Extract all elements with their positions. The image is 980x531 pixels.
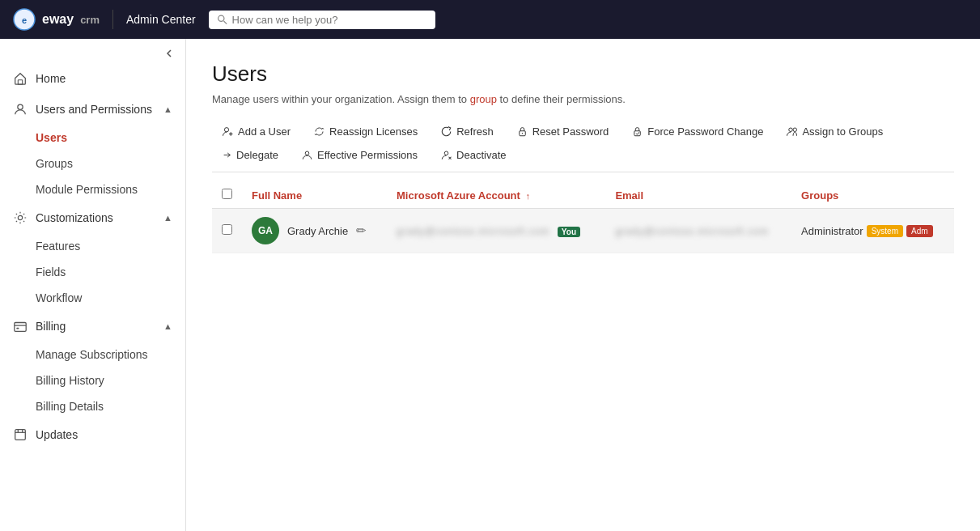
reset-password-button[interactable]: Reset Password bbox=[507, 121, 619, 142]
select-all-checkbox[interactable] bbox=[222, 189, 232, 199]
svg-point-6 bbox=[18, 215, 22, 219]
toolbar: Add a User Reassign Licenses Refresh Res… bbox=[212, 121, 954, 172]
add-user-label: Add a User bbox=[238, 125, 291, 138]
sidebar-label-updates: Updates bbox=[36, 428, 78, 441]
effective-permissions-label: Effective Permissions bbox=[317, 149, 418, 161]
sidebar-sub-item-manage-subscriptions[interactable]: Manage Subscriptions bbox=[0, 342, 185, 367]
deactivate-label: Deactivate bbox=[456, 149, 506, 161]
billing-icon bbox=[13, 319, 28, 333]
topbar-title: Admin Center bbox=[126, 13, 196, 26]
add-user-icon bbox=[222, 125, 234, 138]
assign-groups-button[interactable]: Assign to Groups bbox=[776, 121, 893, 142]
table-header-fullname: Full Name bbox=[242, 182, 387, 209]
delegate-button[interactable]: Delegate bbox=[212, 145, 288, 165]
row-fullname-cell: GA Grady Archie ✏ bbox=[242, 209, 387, 253]
sidebar-sub-item-features[interactable]: Features bbox=[0, 233, 185, 259]
user-fullname: Grady Archie bbox=[287, 225, 348, 237]
svg-point-2 bbox=[218, 15, 223, 21]
subtitle-link[interactable]: group bbox=[470, 93, 497, 105]
row-groups-cell: Administrator System Adm bbox=[791, 209, 954, 253]
row-checkbox-cell bbox=[212, 209, 242, 253]
sidebar-label-billing-history: Billing History bbox=[36, 374, 104, 387]
avatar: GA bbox=[252, 217, 279, 244]
users-table: Full Name Microsoft Azure Account ↑ Emai… bbox=[212, 182, 954, 253]
sidebar-label-module-permissions: Module Permissions bbox=[36, 183, 138, 196]
topbar-divider bbox=[112, 10, 113, 29]
toolbar-row-2: Delegate Effective Permissions Deactivat… bbox=[212, 145, 954, 165]
badge-system: System bbox=[867, 225, 903, 237]
force-password-button[interactable]: Force Password Change bbox=[622, 121, 773, 142]
reset-password-label: Reset Password bbox=[532, 125, 609, 138]
sidebar-sub-item-users[interactable]: Users bbox=[0, 125, 185, 151]
sidebar-item-updates[interactable]: Updates bbox=[0, 419, 185, 450]
reassign-licenses-label: Reassign Licenses bbox=[329, 125, 418, 138]
sidebar-label-manage-subscriptions: Manage Subscriptions bbox=[36, 348, 148, 361]
badge-adm: Adm bbox=[906, 225, 933, 237]
sidebar-sub-item-fields[interactable]: Fields bbox=[0, 259, 185, 285]
sidebar-sub-item-billing-details[interactable]: Billing Details bbox=[0, 393, 185, 419]
sidebar-label-customizations: Customizations bbox=[36, 211, 113, 224]
home-icon bbox=[13, 71, 28, 86]
chevron-up-icon-billing: ▲ bbox=[163, 321, 172, 331]
svg-point-18 bbox=[521, 133, 523, 134]
sidebar-group-billing[interactable]: Billing ▲ bbox=[0, 311, 185, 342]
table-header-email: Email bbox=[605, 182, 791, 209]
sidebar-label-billing-details: Billing Details bbox=[36, 400, 104, 413]
chevron-up-icon-customizations: ▲ bbox=[163, 213, 172, 223]
sidebar-label-workflow: Workflow bbox=[36, 291, 82, 304]
table-header-azure[interactable]: Microsoft Azure Account ↑ bbox=[387, 182, 605, 209]
sidebar-item-home[interactable]: Home bbox=[0, 63, 185, 94]
reassign-licenses-button[interactable]: Reassign Licenses bbox=[303, 121, 427, 142]
eway-logo-icon: e bbox=[13, 8, 36, 31]
deactivate-button[interactable]: Deactivate bbox=[431, 145, 515, 165]
sidebar-sub-item-module-permissions[interactable]: Module Permissions bbox=[0, 176, 185, 202]
sidebar-group-users-permissions[interactable]: Users and Permissions ▲ bbox=[0, 94, 185, 125]
force-password-icon bbox=[631, 125, 643, 138]
effective-perms-icon bbox=[301, 149, 313, 161]
table-header-groups: Groups bbox=[791, 182, 954, 209]
svg-point-5 bbox=[18, 104, 23, 109]
delegate-icon bbox=[222, 150, 232, 160]
table-row: GA Grady Archie ✏ grady@contoso.microsof… bbox=[212, 209, 954, 253]
svg-line-3 bbox=[223, 21, 227, 24]
sidebar-label-features: Features bbox=[36, 240, 80, 253]
content-area: Users Manage users within your organizat… bbox=[186, 39, 980, 531]
effective-permissions-button[interactable]: Effective Permissions bbox=[291, 145, 427, 165]
logo-crm: crm bbox=[80, 14, 100, 26]
add-user-button[interactable]: Add a User bbox=[212, 121, 300, 142]
refresh-icon bbox=[440, 125, 452, 138]
updates-icon bbox=[13, 427, 28, 442]
sidebar-collapse-button[interactable] bbox=[0, 39, 185, 63]
refresh-button[interactable]: Refresh bbox=[431, 121, 503, 142]
delegate-label: Delegate bbox=[236, 149, 278, 161]
search-bar bbox=[209, 11, 435, 29]
svg-point-22 bbox=[305, 151, 309, 155]
svg-rect-4 bbox=[18, 80, 22, 84]
sidebar-label-billing: Billing bbox=[36, 320, 66, 333]
person-icon bbox=[13, 102, 28, 117]
svg-rect-7 bbox=[15, 323, 26, 332]
sidebar-sub-item-groups[interactable]: Groups bbox=[0, 151, 185, 176]
svg-point-14 bbox=[224, 128, 228, 132]
svg-point-20 bbox=[789, 128, 793, 132]
logo-text: eway bbox=[42, 12, 74, 27]
topbar: e eway crm Admin Center bbox=[0, 0, 980, 39]
sidebar-sub-item-billing-history[interactable]: Billing History bbox=[0, 367, 185, 393]
sort-arrow-azure: ↑ bbox=[526, 191, 531, 201]
chevron-up-icon: ▲ bbox=[163, 104, 172, 114]
svg-point-23 bbox=[444, 151, 448, 155]
sidebar-label-home: Home bbox=[36, 72, 66, 85]
gear-icon bbox=[13, 210, 28, 225]
row-checkbox[interactable] bbox=[222, 224, 232, 235]
deactivate-icon bbox=[440, 149, 452, 161]
svg-point-21 bbox=[793, 128, 797, 132]
edit-icon[interactable]: ✏ bbox=[356, 223, 367, 238]
groups-badges: Administrator System Adm bbox=[801, 225, 944, 237]
search-input[interactable] bbox=[232, 14, 427, 26]
sidebar-group-customizations[interactable]: Customizations ▲ bbox=[0, 202, 185, 233]
page-title: Users bbox=[212, 62, 954, 87]
reassign-icon bbox=[313, 125, 325, 138]
page-subtitle: Manage users within your organization. A… bbox=[212, 93, 954, 105]
sidebar-sub-item-workflow[interactable]: Workflow bbox=[0, 285, 185, 311]
row-azure-cell: grady@contoso.microsoft.com You bbox=[387, 209, 605, 253]
